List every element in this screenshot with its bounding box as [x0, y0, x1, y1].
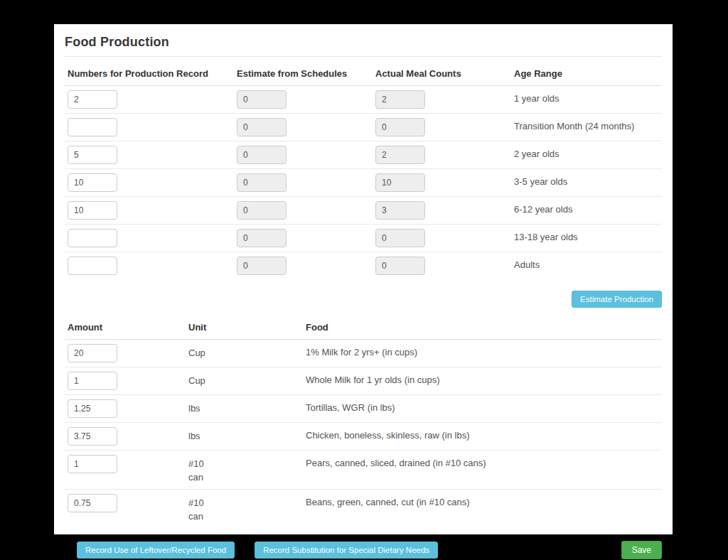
amount-input[interactable]: [68, 427, 117, 446]
food-header-row: Amount Unit Food: [65, 315, 662, 340]
food-row: Cup Whole Milk for 1 yr olds (in cups): [65, 367, 662, 395]
food-row: Cup 1% Milk for 2 yrs+ (in cups): [65, 340, 662, 367]
column-header-food: Food: [303, 315, 662, 340]
record-leftover-button[interactable]: Record Use of Leftover/Recycled Food: [77, 542, 235, 559]
amount-input[interactable]: [68, 455, 117, 473]
column-header-amount: Amount: [65, 315, 186, 340]
column-header-production-record: Numbers for Production Record: [65, 61, 234, 86]
title-divider: [65, 56, 662, 57]
save-button[interactable]: Save: [621, 541, 662, 559]
actual-meal-counts-input: [375, 257, 425, 275]
actual-meal-counts-input: [375, 146, 425, 164]
food-label: Whole Milk for 1 yr olds (in cups): [303, 367, 662, 395]
estimate-production-button[interactable]: Estimate Production: [572, 291, 662, 308]
production-record-input[interactable]: [68, 118, 117, 136]
production-counts-table: Numbers for Production Record Estimate f…: [65, 61, 662, 279]
production-record-input[interactable]: [68, 229, 117, 247]
food-amounts-table: Amount Unit Food Cup 1% Milk for 2 yrs+ …: [65, 315, 662, 527]
column-header-actual: Actual Meal Counts: [373, 61, 511, 86]
age-range-label: 2 year olds: [511, 141, 662, 169]
actual-meal-counts-input: [375, 118, 425, 136]
amount-input[interactable]: [68, 399, 117, 418]
estimate-from-schedules-input: [237, 257, 287, 275]
food-label: 1% Milk for 2 yrs+ (in cups): [303, 340, 662, 367]
amount-input[interactable]: [68, 372, 117, 390]
footer-actions: Record Use of Leftover/Recycled Food Rec…: [65, 541, 662, 559]
age-range-label: 13-18 year olds: [511, 225, 662, 252]
production-row: 1 year olds: [65, 86, 662, 114]
production-record-input[interactable]: [68, 90, 117, 109]
actual-meal-counts-input: [375, 90, 425, 109]
record-substitution-button[interactable]: Record Substitution for Special Dietary …: [255, 542, 438, 559]
estimate-from-schedules-input: [237, 201, 287, 220]
production-header-row: Numbers for Production Record Estimate f…: [65, 61, 662, 86]
column-header-unit: Unit: [186, 315, 303, 340]
food-label: Beans, green, canned, cut (in #10 cans): [303, 489, 662, 527]
unit-label: #10 can: [188, 497, 213, 524]
production-row: Adults: [65, 252, 662, 280]
food-row: #10 can Pears, canned, sliced, drained (…: [65, 451, 662, 490]
estimate-from-schedules-input: [237, 90, 287, 109]
estimate-from-schedules-input: [237, 173, 287, 192]
actual-meal-counts-input: [375, 173, 425, 192]
age-range-label: Adults: [511, 252, 662, 280]
amount-input[interactable]: [68, 494, 117, 512]
production-record-input[interactable]: [68, 173, 117, 192]
column-header-estimate: Estimate from Schedules: [234, 61, 373, 86]
production-row: 2 year olds: [65, 141, 662, 169]
unit-label: lbs: [188, 402, 213, 416]
unit-label: #10 can: [188, 458, 213, 485]
age-range-label: 6-12 year olds: [511, 197, 662, 225]
unit-label: lbs: [188, 430, 213, 443]
production-row: 3-5 year olds: [65, 169, 662, 197]
estimate-production-row: Estimate Production: [65, 291, 662, 308]
amount-input[interactable]: [68, 344, 117, 362]
unit-label: Cup: [188, 347, 213, 360]
production-row: 13-18 year olds: [65, 225, 662, 252]
page-title: Food Production: [65, 35, 662, 50]
food-row: #10 can Beans, green, canned, cut (in #1…: [65, 489, 662, 527]
estimate-from-schedules-input: [237, 118, 287, 136]
age-range-label: Transition Month (24 months): [511, 114, 662, 141]
estimate-from-schedules-input: [237, 229, 287, 247]
age-range-label: 1 year olds: [511, 86, 662, 114]
food-row: lbs Tortillas, WGR (in lbs): [65, 395, 662, 423]
production-record-input[interactable]: [68, 201, 117, 220]
production-record-input[interactable]: [68, 146, 117, 164]
food-label: Pears, canned, sliced, drained (in #10 c…: [303, 451, 662, 490]
actual-meal-counts-input: [375, 201, 425, 220]
unit-label: Cup: [188, 375, 213, 388]
food-label: Chicken, boneless, skinless, raw (in lbs…: [303, 423, 662, 451]
production-record-input[interactable]: [68, 257, 117, 275]
age-range-label: 3-5 year olds: [511, 169, 662, 197]
production-row: Transition Month (24 months): [65, 114, 662, 141]
production-row: 6-12 year olds: [65, 197, 662, 225]
actual-meal-counts-input: [375, 229, 425, 247]
estimate-from-schedules-input: [237, 146, 287, 164]
column-header-age-range: Age Range: [511, 61, 662, 86]
food-production-panel: Food Production Numbers for Production R…: [54, 24, 673, 534]
food-label: Tortillas, WGR (in lbs): [303, 395, 662, 423]
food-row: lbs Chicken, boneless, skinless, raw (in…: [65, 423, 662, 451]
